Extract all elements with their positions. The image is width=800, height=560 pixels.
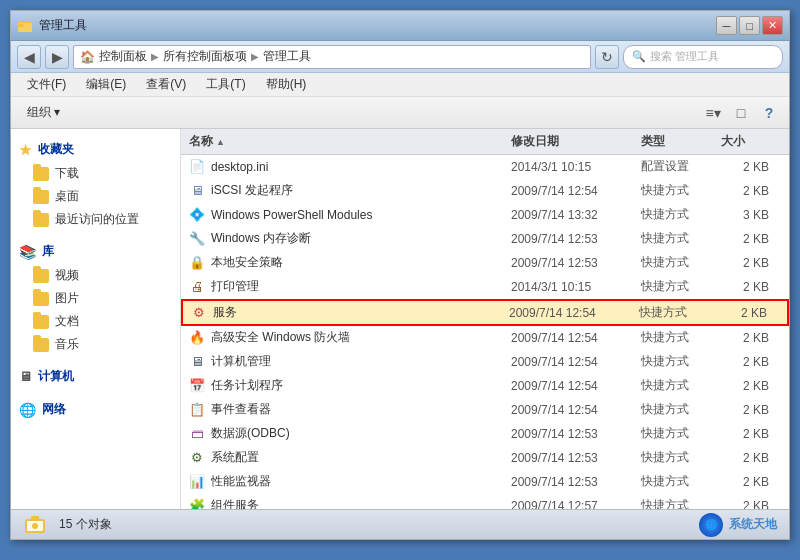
table-row[interactable]: 🖨 打印管理 2014/3/1 10:15 快捷方式 2 KB (181, 275, 789, 299)
file-type-text: 快捷方式 (641, 473, 721, 490)
file-type-icon: 🔥 (189, 330, 205, 346)
network-icon: 🌐 (19, 402, 36, 418)
back-button[interactable]: ◀ (17, 45, 41, 69)
download-label: 下载 (55, 165, 79, 182)
menu-bar: 文件(F) 编辑(E) 查看(V) 工具(T) 帮助(H) (11, 73, 789, 97)
file-size: 2 KB (721, 331, 781, 345)
sidebar-item-video[interactable]: 视频 (11, 264, 180, 287)
file-type-icon: 🖥 (189, 183, 205, 199)
svg-point-6 (32, 523, 38, 529)
sidebar-item-download[interactable]: 下载 (11, 162, 180, 185)
col-type-header[interactable]: 类型 (641, 133, 721, 150)
search-placeholder: 搜索 管理工具 (650, 49, 719, 64)
sidebar-item-document[interactable]: 文档 (11, 310, 180, 333)
table-row[interactable]: 💠 Windows PowerShell Modules 2009/7/14 1… (181, 203, 789, 227)
maximize-button[interactable]: □ (739, 16, 760, 35)
desktop-label: 桌面 (55, 188, 79, 205)
help-button[interactable]: ? (757, 101, 781, 125)
menu-file[interactable]: 文件(F) (19, 74, 74, 95)
file-name: 任务计划程序 (211, 377, 511, 394)
table-row[interactable]: ⚙ 服务 2009/7/14 12:54 快捷方式 2 KB (181, 299, 789, 326)
menu-help[interactable]: 帮助(H) (258, 74, 315, 95)
table-row[interactable]: 📅 任务计划程序 2009/7/14 12:54 快捷方式 2 KB (181, 374, 789, 398)
sidebar-divider-1 (11, 231, 180, 239)
file-size: 2 KB (721, 184, 781, 198)
toolbar-right: ≡▾ □ ? (701, 101, 781, 125)
sidebar-item-picture[interactable]: 图片 (11, 287, 180, 310)
file-type-icon: 🔧 (189, 231, 205, 247)
file-type-text: 快捷方式 (641, 182, 721, 199)
file-name: 系统配置 (211, 449, 511, 466)
address-bar[interactable]: 🏠 控制面板 ▶ 所有控制面板项 ▶ 管理工具 (73, 45, 591, 69)
table-row[interactable]: 🔥 高级安全 Windows 防火墙 2009/7/14 12:54 快捷方式 … (181, 326, 789, 350)
file-size: 2 KB (721, 379, 781, 393)
recent-folder-icon (33, 213, 49, 227)
file-date: 2009/7/14 12:54 (511, 355, 641, 369)
col-name-header[interactable]: 名称 ▲ (189, 133, 511, 150)
title-buttons: ─ □ ✕ (716, 16, 783, 35)
sidebar-network-header[interactable]: 🌐 网络 (11, 397, 180, 422)
minimize-button[interactable]: ─ (716, 16, 737, 35)
address-part-3[interactable]: 管理工具 (263, 48, 311, 65)
organize-button[interactable]: 组织 ▾ (19, 101, 68, 124)
file-size: 2 KB (721, 499, 781, 510)
file-type-icon: 📊 (189, 474, 205, 490)
close-button[interactable]: ✕ (762, 16, 783, 35)
address-part-2[interactable]: 所有控制面板项 (163, 48, 247, 65)
sidebar-item-recent[interactable]: 最近访问的位置 (11, 208, 180, 231)
forward-button[interactable]: ▶ (45, 45, 69, 69)
sidebar-computer-header[interactable]: 🖥 计算机 (11, 364, 180, 389)
table-row[interactable]: 🖥 iSCSI 发起程序 2009/7/14 12:54 快捷方式 2 KB (181, 179, 789, 203)
file-date: 2009/7/14 12:53 (511, 451, 641, 465)
address-sep-2: ▶ (251, 51, 259, 62)
file-date: 2009/7/14 13:32 (511, 208, 641, 222)
menu-view[interactable]: 查看(V) (138, 74, 194, 95)
file-name: 事件查看器 (211, 401, 511, 418)
search-bar[interactable]: 🔍 搜索 管理工具 (623, 45, 783, 69)
menu-edit[interactable]: 编辑(E) (78, 74, 134, 95)
file-type-icon: 📋 (189, 402, 205, 418)
explorer-window: 管理工具 ─ □ ✕ ◀ ▶ 🏠 控制面板 ▶ 所有控制面板项 ▶ 管理工具 ↻… (10, 10, 790, 540)
file-name: 性能监视器 (211, 473, 511, 490)
sidebar-item-desktop[interactable]: 桌面 (11, 185, 180, 208)
file-date: 2009/7/14 12:53 (511, 232, 641, 246)
table-row[interactable]: 📋 事件查看器 2009/7/14 12:54 快捷方式 2 KB (181, 398, 789, 422)
file-name: 组件服务 (211, 497, 511, 509)
table-row[interactable]: 🔧 Windows 内存诊断 2009/7/14 12:53 快捷方式 2 KB (181, 227, 789, 251)
file-size: 3 KB (721, 208, 781, 222)
sidebar-library-header[interactable]: 📚 库 (11, 239, 180, 264)
file-date: 2009/7/14 12:54 (511, 184, 641, 198)
desktop-folder-icon (33, 190, 49, 204)
file-type-text: 快捷方式 (641, 353, 721, 370)
file-date: 2009/7/14 12:53 (511, 427, 641, 441)
title-bar: 管理工具 ─ □ ✕ (11, 11, 789, 41)
address-part-1[interactable]: 控制面板 (99, 48, 147, 65)
table-row[interactable]: 🔒 本地安全策略 2009/7/14 12:53 快捷方式 2 KB (181, 251, 789, 275)
file-type-icon: 📅 (189, 378, 205, 394)
table-row[interactable]: 🧩 组件服务 2009/7/14 12:57 快捷方式 2 KB (181, 494, 789, 509)
sidebar-favorites-header[interactable]: ★ 收藏夹 (11, 137, 180, 162)
folder-icon-small: 🏠 (80, 50, 95, 64)
sidebar-item-music[interactable]: 音乐 (11, 333, 180, 356)
table-row[interactable]: 📄 desktop.ini 2014/3/1 10:15 配置设置 2 KB (181, 155, 789, 179)
svg-rect-5 (31, 516, 39, 520)
table-row[interactable]: 📊 性能监视器 2009/7/14 12:53 快捷方式 2 KB (181, 470, 789, 494)
toolbar: 组织 ▾ ≡▾ □ ? (11, 97, 789, 129)
file-area: 名称 ▲ 修改日期 类型 大小 📄 desktop.ini 2014/3/1 1… (181, 129, 789, 509)
menu-tools[interactable]: 工具(T) (198, 74, 253, 95)
title-bar-left: 管理工具 (17, 17, 87, 34)
table-row[interactable]: 🗃 数据源(ODBC) 2009/7/14 12:53 快捷方式 2 KB (181, 422, 789, 446)
view-change-button[interactable]: ≡▾ (701, 101, 725, 125)
video-folder-icon (33, 269, 49, 283)
file-type-text: 快捷方式 (641, 329, 721, 346)
computer-icon: 🖥 (19, 369, 32, 384)
preview-button[interactable]: □ (729, 101, 753, 125)
computer-label: 计算机 (38, 368, 74, 385)
col-size-header[interactable]: 大小 (721, 133, 781, 150)
file-type-icon: 💠 (189, 207, 205, 223)
table-row[interactable]: 🖥 计算机管理 2009/7/14 12:54 快捷方式 2 KB (181, 350, 789, 374)
refresh-button[interactable]: ↻ (595, 45, 619, 69)
window-title: 管理工具 (39, 17, 87, 34)
table-row[interactable]: ⚙ 系统配置 2009/7/14 12:53 快捷方式 2 KB (181, 446, 789, 470)
col-date-header[interactable]: 修改日期 (511, 133, 641, 150)
